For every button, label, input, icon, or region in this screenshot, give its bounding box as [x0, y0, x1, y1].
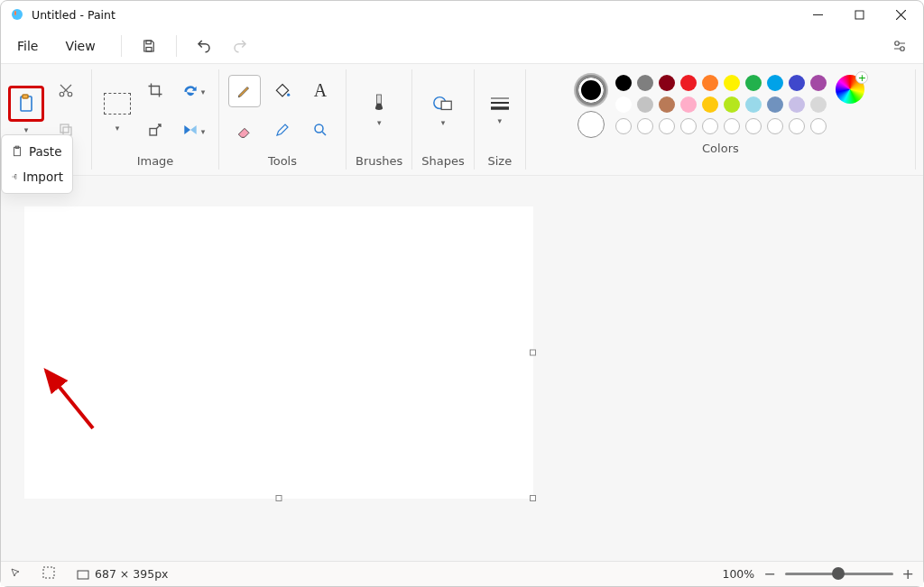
foreground-color[interactable] [576, 75, 606, 105]
svg-point-8 [895, 41, 900, 45]
custom-color-slot[interactable] [789, 118, 805, 134]
rotate-button[interactable]: ▾ [177, 74, 209, 106]
brushes-button[interactable]: ▾ [363, 88, 395, 132]
paste-button[interactable] [8, 86, 44, 122]
view-menu[interactable]: View [56, 33, 104, 59]
pencil-tool[interactable] [228, 75, 261, 107]
zoom-in-button[interactable]: + [902, 565, 914, 582]
resize-handle-right[interactable] [530, 350, 536, 356]
color-swatch[interactable] [702, 75, 718, 91]
svg-rect-6 [146, 41, 151, 44]
ribbon: ▾ ▾ [1, 64, 923, 176]
color-swatch[interactable] [767, 96, 783, 113]
close-button[interactable] [880, 1, 921, 28]
drawing-canvas[interactable] [24, 206, 533, 499]
custom-color-slot[interactable] [810, 118, 827, 134]
svg-point-9 [901, 46, 905, 50]
svg-point-17 [287, 93, 290, 96]
edit-colors-button[interactable] [836, 75, 864, 104]
redo-button[interactable] [224, 30, 256, 62]
file-menu[interactable]: File [8, 33, 47, 59]
group-label: Brushes [356, 151, 402, 170]
cut-button[interactable] [50, 74, 82, 106]
svg-rect-3 [855, 11, 864, 19]
flip-button[interactable]: ▾ [177, 114, 209, 146]
svg-point-12 [60, 92, 64, 96]
resize-button[interactable] [139, 114, 171, 146]
svg-rect-1 [14, 11, 16, 15]
canvas-size: 687 × 395px [77, 567, 168, 581]
custom-color-slot[interactable] [637, 118, 653, 134]
chevron-down-icon[interactable]: ▾ [116, 124, 120, 133]
color-swatch[interactable] [745, 96, 762, 113]
custom-color-slot[interactable] [680, 118, 697, 134]
custom-color-slot[interactable] [659, 118, 675, 134]
custom-color-slot[interactable] [745, 118, 762, 134]
color-swatch[interactable] [789, 96, 805, 113]
selection-icon [42, 566, 55, 582]
svg-rect-21 [441, 101, 451, 109]
svg-point-0 [12, 9, 23, 20]
paste-dropdown-menu: Paste Import [1, 134, 73, 194]
color-swatch[interactable] [659, 75, 675, 91]
crop-button[interactable] [139, 74, 171, 106]
window-title: Untitled - Paint [32, 8, 116, 22]
svg-rect-16 [150, 129, 157, 136]
color-swatch[interactable] [789, 75, 805, 91]
color-swatch[interactable] [724, 75, 740, 91]
select-button[interactable] [101, 87, 134, 120]
color-swatch[interactable] [680, 96, 697, 113]
chevron-down-icon: ▾ [377, 118, 382, 127]
color-swatch[interactable] [767, 75, 783, 91]
group-label: Colors [702, 138, 739, 157]
color-picker-tool[interactable] [266, 114, 299, 146]
minimize-button[interactable] [797, 1, 838, 28]
size-button[interactable]: ▾ [484, 88, 516, 132]
resize-handle-bottom[interactable] [276, 495, 282, 501]
maximize-button[interactable] [838, 1, 880, 28]
color-swatch[interactable] [702, 96, 718, 113]
svg-rect-15 [60, 124, 69, 133]
color-swatch[interactable] [810, 75, 827, 91]
settings-icon[interactable] [883, 30, 916, 62]
color-swatch[interactable] [724, 96, 740, 113]
undo-button[interactable] [188, 30, 220, 62]
save-button[interactable] [133, 30, 165, 62]
svg-rect-19 [377, 95, 382, 104]
text-tool[interactable]: A [304, 75, 337, 107]
zoom-slider[interactable] [785, 573, 893, 575]
color-swatch[interactable] [659, 96, 675, 113]
color-swatch[interactable] [637, 96, 653, 113]
svg-rect-27 [15, 175, 16, 179]
custom-color-slot[interactable] [724, 118, 740, 134]
chevron-down-icon: ▾ [498, 116, 503, 125]
paint-window: Untitled - Paint File View [0, 0, 924, 587]
svg-point-18 [315, 124, 323, 133]
color-swatch[interactable] [745, 75, 762, 91]
magnifier-tool[interactable] [304, 114, 337, 146]
group-label: Tools [268, 151, 297, 170]
background-color[interactable] [578, 111, 605, 138]
group-label: Image [137, 151, 174, 170]
color-swatch[interactable] [615, 96, 632, 113]
zoom-level: 100% [722, 567, 754, 581]
import-menu-item[interactable]: Import [4, 164, 70, 189]
shapes-button[interactable]: ▾ [427, 88, 459, 132]
color-swatch[interactable] [637, 75, 653, 91]
eraser-tool[interactable] [228, 114, 261, 146]
fill-tool[interactable] [266, 75, 299, 107]
color-swatch[interactable] [680, 75, 697, 91]
svg-rect-7 [146, 47, 152, 51]
paste-menu-item[interactable]: Paste [4, 139, 70, 164]
group-label: Shapes [421, 151, 464, 170]
svg-rect-11 [23, 95, 28, 98]
custom-color-slot[interactable] [702, 118, 718, 134]
custom-color-slot[interactable] [615, 118, 632, 134]
custom-color-slot[interactable] [767, 118, 783, 134]
zoom-out-button[interactable]: − [763, 565, 775, 582]
color-swatch[interactable] [615, 75, 632, 91]
resize-handle-corner[interactable] [530, 495, 536, 501]
color-swatch[interactable] [810, 96, 827, 113]
statusbar: 687 × 395px 100% − + [1, 561, 923, 586]
chevron-down-icon[interactable]: ▾ [24, 125, 29, 134]
